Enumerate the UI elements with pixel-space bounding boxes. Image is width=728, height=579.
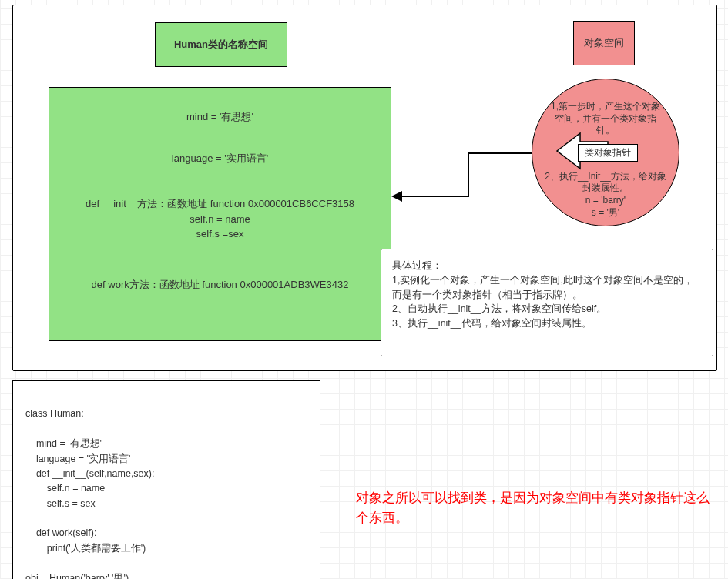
code-sample: class Human: mind = '有思想' language = '实用… bbox=[12, 380, 320, 579]
process-panel: 具体过程： 1,实例化一个对象，产生一个对象空间,此时这个对象空间不是空的，而是… bbox=[381, 249, 713, 356]
class-attr-language: language = '实用语言' bbox=[49, 151, 391, 166]
circle-attr-s: s = '男' bbox=[540, 207, 671, 219]
svg-marker-1 bbox=[391, 191, 402, 202]
red-explanation-text: 对象之所以可以找到类，是因为对象空间中有类对象指针这么个东西。 bbox=[356, 490, 710, 525]
class-namespace-body: mind = '有思想' language = '实用语言' def __ini… bbox=[49, 87, 391, 341]
red-explanation: 对象之所以可以找到类，是因为对象空间中有类对象指针这么个东西。 bbox=[356, 488, 716, 527]
circle-attr-n: n = 'barry' bbox=[540, 195, 671, 207]
process-step1: 1,实例化一个对象，产生一个对象空间,此时这个对象空间不是空的，而是有一个类对象… bbox=[392, 273, 702, 303]
pointer-to-class-arrow bbox=[391, 152, 535, 206]
process-step2: 2、自动执行__init__方法，将对象空间传给self。 bbox=[392, 302, 702, 316]
code-text: class Human: mind = '有思想' language = '实用… bbox=[25, 408, 154, 579]
object-space-title-text: 对象空间 bbox=[584, 36, 624, 50]
class-namespace-title: Human类的名称空间 bbox=[155, 22, 287, 67]
class-method-work: def work方法：函数地址 function 0x000001ADB3WE3… bbox=[49, 277, 391, 293]
class-pointer-label: 类对象指针 bbox=[578, 144, 638, 162]
process-step3: 3、执行__init__代码，给对象空间封装属性。 bbox=[392, 316, 702, 331]
process-heading: 具体过程： bbox=[392, 259, 702, 273]
class-method-init: def __init__方法：函数地址 function 0x000001CB6… bbox=[49, 196, 391, 212]
main-panel: Human类的名称空间 mind = '有思想' language = '实用语… bbox=[12, 5, 717, 371]
class-namespace-title-text: Human类的名称空间 bbox=[174, 38, 268, 50]
object-space-title: 对象空间 bbox=[573, 21, 635, 65]
class-attr-mind: mind = '有思想' bbox=[49, 109, 391, 125]
class-pointer-label-text: 类对象指针 bbox=[585, 147, 631, 158]
class-method-init-body1: self.n = name bbox=[49, 212, 391, 227]
circle-step2: 2、执行__Init__方法，给对象封装属性。 bbox=[540, 171, 671, 195]
class-method-init-body2: self.s =sex bbox=[49, 226, 391, 242]
